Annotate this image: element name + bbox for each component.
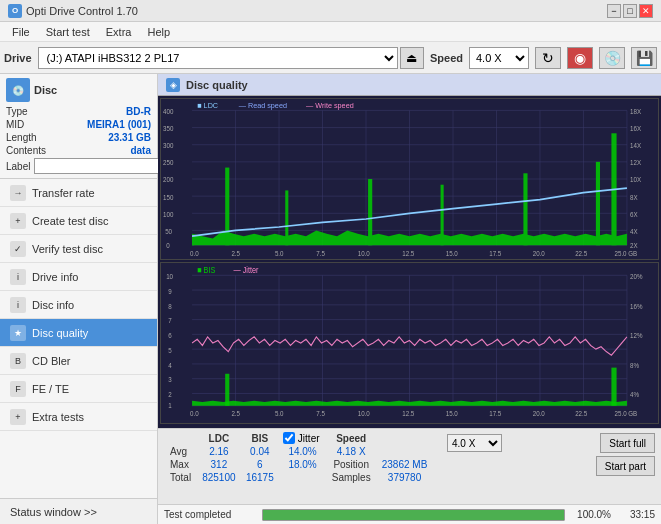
svg-text:12%: 12% [630, 332, 642, 340]
svg-text:9: 9 [168, 287, 172, 295]
speed-select[interactable]: 4.0 X 2.0 X 8.0 X [469, 47, 529, 69]
maximize-button[interactable]: □ [623, 4, 637, 18]
close-button[interactable]: ✕ [639, 4, 653, 18]
burn-button[interactable]: 💿 [599, 47, 625, 69]
jitter-header: Jitter [298, 433, 320, 444]
svg-text:10: 10 [166, 273, 173, 281]
start-full-button[interactable]: Start full [600, 433, 655, 453]
avg-bis: 0.04 [241, 445, 279, 458]
nav-disc-quality[interactable]: ★ Disc quality [0, 319, 157, 347]
nav-fe-te[interactable]: F FE / TE [0, 375, 157, 403]
nav-create-test-disc[interactable]: + Create test disc [0, 207, 157, 235]
stats-table: LDC BIS Jitter Speed [158, 429, 441, 504]
nav-transfer-rate[interactable]: → Transfer rate [0, 179, 157, 207]
nav-cd-bler[interactable]: B CD Bler [0, 347, 157, 375]
progress-bar-area: Test completed 100.0% 33:15 [158, 504, 661, 524]
menu-help[interactable]: Help [139, 24, 178, 40]
mid-value: MEIRA1 (001) [87, 119, 151, 130]
max-bis: 6 [241, 458, 279, 471]
right-panel: 4.0 X 2.0 X Start full Start part [441, 429, 661, 504]
extra-tests-icon: + [10, 409, 26, 425]
app-title: Opti Drive Control 1.70 [26, 5, 138, 17]
menubar: File Start test Extra Help [0, 22, 661, 42]
drive-select[interactable]: (J:) ATAPI iHBS312 2 PL17 [38, 47, 398, 69]
type-value: BD-R [126, 106, 151, 117]
progress-percent: 100.0% [573, 509, 611, 520]
nav-disc-info[interactable]: i Disc info [0, 291, 157, 319]
erase-button[interactable]: ◉ [567, 47, 593, 69]
progress-fill [263, 510, 564, 520]
avg-label: Avg [166, 445, 197, 458]
svg-text:4%: 4% [630, 391, 639, 399]
svg-text:8: 8 [168, 302, 172, 310]
save-button[interactable]: 💾 [631, 47, 657, 69]
svg-text:350: 350 [163, 125, 174, 132]
contents-value: data [130, 145, 151, 156]
sidebar: 💿 Disc Type BD-R MID MEIRA1 (001) Length… [0, 74, 158, 524]
nav-extra-tests-label: Extra tests [32, 411, 84, 423]
svg-text:2.5: 2.5 [231, 249, 240, 256]
svg-text:7.5: 7.5 [316, 249, 325, 256]
svg-text:22.5: 22.5 [575, 249, 587, 256]
disc-panel-icon: 💿 [6, 78, 30, 102]
jitter-checkbox[interactable] [283, 432, 295, 444]
svg-text:20%: 20% [630, 273, 642, 281]
svg-text:18X: 18X [630, 108, 642, 115]
ldc-chart: ■ LDC ― Read speed ― Write speed 400 350… [160, 98, 659, 260]
svg-text:1: 1 [168, 402, 172, 410]
disc-panel: 💿 Disc Type BD-R MID MEIRA1 (001) Length… [0, 74, 157, 179]
svg-text:20.0: 20.0 [533, 409, 545, 417]
svg-text:250: 250 [163, 159, 174, 166]
nav-verify-test-disc-label: Verify test disc [32, 243, 103, 255]
transfer-rate-icon: → [10, 185, 26, 201]
svg-text:7: 7 [168, 317, 172, 325]
nav-drive-info[interactable]: i Drive info [0, 263, 157, 291]
svg-text:2X: 2X [630, 241, 638, 248]
progress-time: 33:15 [619, 509, 655, 520]
svg-text:■ LDC: ■ LDC [197, 101, 218, 110]
status-window-button[interactable]: Status window >> [0, 498, 157, 524]
svg-text:14X: 14X [630, 142, 642, 149]
drive-label: Drive [4, 52, 32, 64]
svg-text:15.0: 15.0 [446, 249, 458, 256]
drivebar: Drive (J:) ATAPI iHBS312 2 PL17 ⏏ Speed … [0, 42, 661, 74]
disc-quality-header: ◈ Disc quality [158, 74, 661, 96]
nav-extra-tests[interactable]: + Extra tests [0, 403, 157, 431]
svg-text:17.5: 17.5 [489, 409, 501, 417]
total-bis: 16175 [241, 471, 279, 484]
svg-text:12.5: 12.5 [402, 249, 414, 256]
refresh-button[interactable]: ↻ [535, 47, 561, 69]
svg-text:10X: 10X [630, 176, 642, 183]
svg-rect-81 [225, 374, 229, 406]
svg-text:25.0 GB: 25.0 GB [615, 409, 638, 417]
disc-quality-icon: ★ [10, 325, 26, 341]
nav-verify-test-disc[interactable]: ✓ Verify test disc [0, 235, 157, 263]
svg-text:150: 150 [163, 193, 174, 200]
svg-text:6: 6 [168, 332, 172, 340]
test-speed-select[interactable]: 4.0 X 2.0 X [447, 434, 502, 452]
menu-start-test[interactable]: Start test [38, 24, 98, 40]
menu-extra[interactable]: Extra [98, 24, 140, 40]
position-label: Position [326, 458, 376, 471]
length-value: 23.31 GB [108, 132, 151, 143]
label-input[interactable] [34, 158, 167, 174]
svg-text:5: 5 [168, 346, 172, 354]
create-test-disc-icon: + [10, 213, 26, 229]
svg-rect-23 [368, 179, 372, 245]
svg-text:0: 0 [166, 241, 170, 248]
svg-rect-24 [441, 185, 444, 246]
start-part-button[interactable]: Start part [596, 456, 655, 476]
svg-text:10.0: 10.0 [358, 409, 370, 417]
svg-text:8X: 8X [630, 193, 638, 200]
type-label: Type [6, 106, 28, 117]
disc-quality-title: Disc quality [186, 79, 248, 91]
svg-text:― Read speed: ― Read speed [239, 101, 287, 110]
minimize-button[interactable]: − [607, 4, 621, 18]
max-position: 23862 MB [376, 458, 433, 471]
length-label: Length [6, 132, 37, 143]
nav-fe-te-label: FE / TE [32, 383, 69, 395]
nav-drive-info-label: Drive info [32, 271, 78, 283]
eject-button[interactable]: ⏏ [400, 47, 424, 69]
menu-file[interactable]: File [4, 24, 38, 40]
total-samples: 379780 [376, 471, 433, 484]
